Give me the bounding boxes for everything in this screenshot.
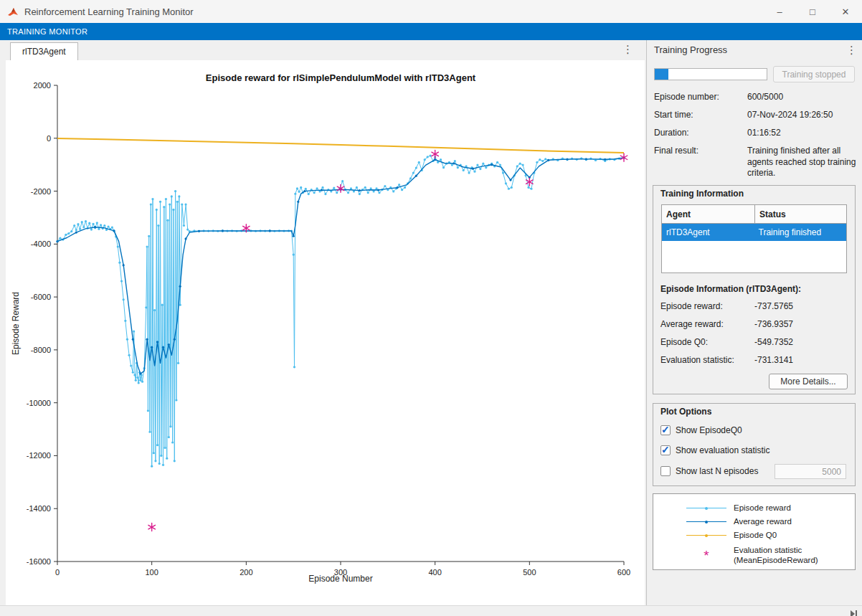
legend-item-evaluation-statistic: * Evaluation statistic (MeanEpisodeRewar… bbox=[686, 546, 818, 566]
checkbox-label: Show evaluation statistic bbox=[676, 445, 769, 455]
plot-options-title: Plot Options bbox=[660, 407, 711, 417]
legend-label: Episode reward bbox=[734, 503, 791, 513]
chart-title: Episode reward for rlSimplePendulumModel… bbox=[57, 72, 624, 83]
average-reward-line-icon bbox=[686, 521, 726, 522]
episode-information-title: Episode Information (rlTD3Agent): bbox=[660, 284, 801, 294]
table-header-row: Agent Status bbox=[662, 205, 846, 224]
show-evaluation-statistic-checkbox-row[interactable]: Show evaluation statistic bbox=[660, 445, 769, 456]
svg-text:-10000: -10000 bbox=[27, 399, 51, 407]
duration-label: Duration: bbox=[654, 128, 689, 138]
svg-text:-6000: -6000 bbox=[31, 293, 51, 301]
tab-rltd3agent[interactable]: rlTD3Agent bbox=[10, 42, 78, 60]
x-axis-label: Episode Number bbox=[57, 574, 624, 584]
chart-legend: Episode reward Average reward Episode Q0… bbox=[653, 493, 856, 570]
maximize-button[interactable]: □ bbox=[796, 0, 829, 23]
show-last-n-episodes-checkbox-row[interactable]: Show last N episodes bbox=[660, 465, 758, 477]
minimize-button[interactable]: – bbox=[763, 0, 796, 23]
episode-q0-line-icon bbox=[686, 535, 726, 536]
start-time-value: 07-Nov-2024 19:26:50 bbox=[747, 110, 833, 121]
average-reward-value: -736.9357 bbox=[754, 319, 793, 329]
close-button[interactable]: ✕ bbox=[829, 0, 862, 23]
checkbox-label: Show last N episodes bbox=[676, 466, 758, 476]
plot-options-section: Plot Options Show EpisodeQ0 Show evaluat… bbox=[653, 403, 856, 486]
asterisk-marker-icon: * bbox=[686, 552, 726, 559]
episode-reward-label: Episode reward: bbox=[660, 301, 723, 311]
window-controls: – □ ✕ bbox=[763, 0, 862, 23]
agent-cell: rlTD3Agent bbox=[662, 224, 754, 241]
legend-item-episode-reward: Episode reward bbox=[686, 503, 791, 513]
y-axis-label: Episode Reward bbox=[11, 292, 21, 355]
expand-panel-icon[interactable] bbox=[851, 607, 858, 616]
evaluation-statistic-label: Evaluation statistic: bbox=[660, 355, 734, 365]
svg-text:-2000: -2000 bbox=[31, 187, 51, 196]
episode-number-label: Episode number: bbox=[654, 92, 719, 102]
ribbon-tab-bar: TRAINING MONITOR bbox=[0, 23, 862, 40]
legend-label: Episode Q0 bbox=[734, 531, 777, 541]
checkbox-icon[interactable] bbox=[660, 445, 671, 455]
plot-document: 010020030040050060020000-2000-4000-6000-… bbox=[6, 60, 645, 606]
tab-training-monitor[interactable]: TRAINING MONITOR bbox=[0, 27, 95, 36]
legend-label: Average reward bbox=[734, 517, 792, 527]
document-menu-icon[interactable]: ⋮ bbox=[622, 43, 633, 56]
last-n-episodes-input[interactable] bbox=[775, 464, 846, 479]
svg-text:-16000: -16000 bbox=[27, 557, 51, 566]
episode-number-value: 600/5000 bbox=[747, 92, 783, 103]
episode-q0-value: -549.7352 bbox=[754, 337, 793, 347]
final-result-label: Final result: bbox=[654, 146, 698, 156]
episode-reward-line-icon bbox=[686, 508, 726, 508]
duration-value: 01:16:52 bbox=[747, 128, 781, 139]
training-stopped-button[interactable]: Training stopped bbox=[773, 66, 855, 82]
document-tabstrip: rlTD3Agent ⋮ bbox=[0, 40, 645, 60]
training-progress-panel: Training Progress ⋮ Training stopped Epi… bbox=[646, 40, 862, 606]
svg-text:2000: 2000 bbox=[34, 81, 51, 90]
training-progress-bar bbox=[654, 68, 767, 80]
average-reward-label: Average reward: bbox=[660, 319, 724, 329]
panel-menu-icon[interactable]: ⋮ bbox=[846, 44, 856, 57]
svg-text:-14000: -14000 bbox=[27, 504, 51, 513]
checkbox-label: Show EpisodeQ0 bbox=[676, 425, 742, 435]
status-cell: Training finished bbox=[754, 224, 847, 241]
reward-chart[interactable]: 010020030040050060020000-2000-4000-6000-… bbox=[6, 60, 645, 606]
tab-label: rlTD3Agent bbox=[22, 47, 66, 57]
titlebar: Reinforcement Learning Training Monitor … bbox=[0, 0, 862, 24]
final-result-value: Training finished after all agents reach… bbox=[747, 146, 856, 179]
progress-bar-fill bbox=[655, 69, 668, 80]
episode-q0-label: Episode Q0: bbox=[660, 337, 708, 347]
legend-item-episode-q0: Episode Q0 bbox=[686, 531, 777, 541]
svg-text:0: 0 bbox=[47, 134, 51, 143]
table-header-status: Status bbox=[755, 205, 846, 223]
table-header-agent: Agent bbox=[662, 205, 755, 223]
training-information-title: Training Information bbox=[660, 189, 744, 199]
checkbox-icon[interactable] bbox=[660, 466, 671, 476]
start-time-label: Start time: bbox=[654, 110, 693, 120]
window-title: Reinforcement Learning Training Monitor bbox=[24, 6, 194, 17]
svg-text:-4000: -4000 bbox=[31, 240, 51, 248]
table-row[interactable]: rlTD3Agent Training finished bbox=[662, 224, 846, 241]
agent-status-table: Agent Status rlTD3Agent Training finishe… bbox=[661, 204, 847, 273]
legend-label: Evaluation statistic (MeanEpisodeReward) bbox=[734, 546, 818, 566]
legend-item-average-reward: Average reward bbox=[686, 517, 792, 527]
bottom-status-strip bbox=[0, 605, 862, 616]
show-episodeq0-checkbox-row[interactable]: Show EpisodeQ0 bbox=[660, 425, 742, 436]
svg-text:-12000: -12000 bbox=[27, 451, 51, 460]
training-information-section: Training Information Agent Status rlTD3A… bbox=[653, 185, 856, 394]
panel-title: Training Progress bbox=[654, 44, 727, 55]
checkbox-icon[interactable] bbox=[660, 425, 671, 435]
svg-text:-8000: -8000 bbox=[31, 346, 51, 354]
matlab-logo-icon bbox=[7, 6, 19, 17]
evaluation-statistic-value: -731.3141 bbox=[754, 355, 793, 365]
more-details-button[interactable]: More Details... bbox=[769, 374, 848, 389]
app-window: Reinforcement Learning Training Monitor … bbox=[0, 0, 862, 616]
episode-reward-value: -737.5765 bbox=[754, 301, 793, 311]
